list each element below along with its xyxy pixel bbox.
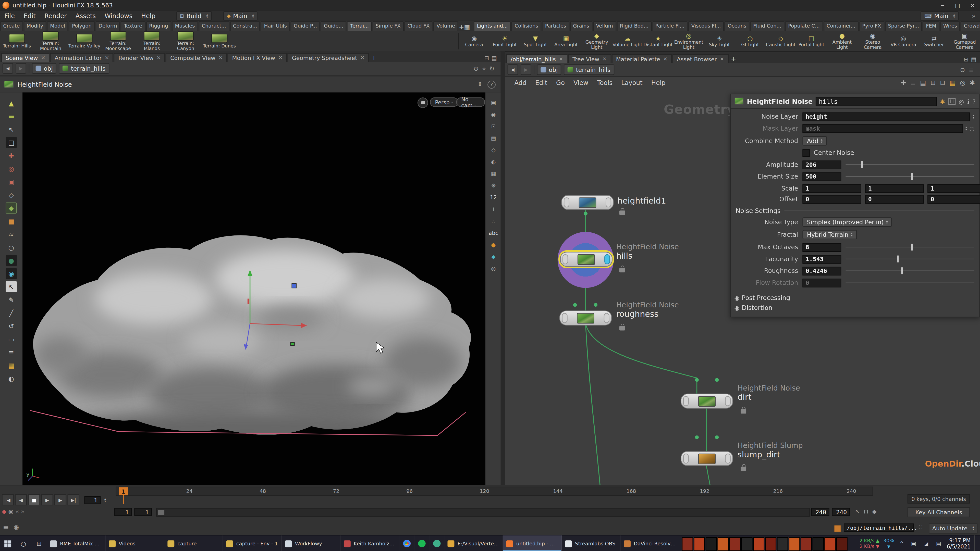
tray-expand-icon[interactable]: ⌃	[898, 540, 905, 547]
light-shelf-tool[interactable]: ☀ Sky Light	[704, 31, 735, 51]
display-option-icon[interactable]: ◎	[488, 264, 498, 273]
shelf-tab[interactable]: Deform	[95, 21, 120, 31]
shelf-tab[interactable]: Volume	[433, 21, 458, 31]
lacunarity-slider[interactable]	[845, 255, 974, 263]
amplitude-field[interactable]: 206	[802, 160, 841, 169]
radial-menu-selector[interactable]: ⌨ Main	[921, 11, 959, 21]
preview-thumbnail[interactable]	[682, 537, 693, 551]
frame-stepper-icon[interactable]	[102, 496, 106, 503]
display-option-icon[interactable]: ●	[488, 240, 498, 250]
shelf-tab[interactable]: Grains	[570, 21, 592, 31]
node-display-flag[interactable]	[605, 254, 610, 264]
add-key-icon[interactable]: ◆	[872, 508, 877, 515]
network-menu-item[interactable]: Help	[647, 79, 670, 86]
flow-rotation-field[interactable]: 0	[802, 278, 841, 287]
shelf-tab[interactable]: Viscous Fl...	[688, 21, 724, 31]
shelf-tab[interactable]: Model	[47, 21, 68, 31]
center-noise-checkbox[interactable]	[802, 149, 810, 156]
viewport-tool-icon[interactable]: ≈	[6, 229, 17, 240]
post-processing-section[interactable]: Post Processing	[742, 294, 791, 301]
light-shelf-tool[interactable]: □ Portal Light	[796, 31, 827, 51]
display-option-icon[interactable]: abc	[488, 228, 498, 238]
close-icon[interactable]: ✕	[663, 56, 667, 62]
viewport-tool-icon[interactable]: ◎	[6, 163, 17, 174]
close-icon[interactable]: ✕	[720, 56, 724, 62]
shelf-tab[interactable]: Cloud FX	[404, 21, 433, 31]
network-menu-item[interactable]: Go	[552, 79, 569, 86]
network-menu-item[interactable]: Tools	[593, 79, 617, 86]
shelf-tab[interactable]: Fluid Con...	[750, 21, 784, 31]
node-display-flag[interactable]	[725, 454, 731, 464]
no-cam-button[interactable]: No cam -	[456, 97, 485, 107]
light-shelf-tool[interactable]: ⇄ Switcher	[919, 31, 950, 51]
play-button[interactable]: ▶	[41, 494, 53, 505]
pane-tab[interactable]: Tree View ✕	[568, 54, 611, 63]
pane-tab[interactable]: Material Palette ✕	[612, 54, 672, 63]
display-option-icon[interactable]: ▤	[488, 133, 498, 143]
layer-dropdown-icon[interactable]	[970, 113, 974, 120]
display-option-icon[interactable]: ◆	[488, 252, 498, 262]
viewport-tool-icon[interactable]: ◇	[6, 189, 17, 200]
maximize-button[interactable]: □	[950, 0, 965, 10]
element-size-slider[interactable]	[845, 172, 974, 181]
shelf-tab[interactable]: Terrai...	[347, 21, 372, 31]
terrain-shelf-tool[interactable]: Terrain: Islands	[135, 31, 169, 51]
node-roughness[interactable]	[559, 310, 612, 326]
combine-method-dropdown[interactable]: Add	[802, 136, 827, 146]
path-node-chip[interactable]: terrain_hills	[564, 64, 614, 75]
display-option-icon[interactable]: ☀	[488, 181, 498, 191]
pane-tab[interactable]: Scene View ✕	[1, 53, 49, 62]
taskbar-app-button[interactable]: untitled.hip - Houdi...	[503, 535, 562, 551]
viewport-tool-icon[interactable]: ▲	[6, 97, 17, 109]
pane-tab[interactable]: /obj/terrain_hills ✕	[506, 54, 568, 63]
light-shelf-tool[interactable]: ★ Distant Light	[643, 31, 673, 51]
network-menu-item[interactable]: View	[569, 79, 593, 86]
mask-visibility-icon[interactable]: ○	[969, 125, 974, 131]
list-icon[interactable]: ≡	[969, 66, 974, 73]
menu-item[interactable]: Render	[40, 12, 71, 19]
preview-thumbnail[interactable]	[777, 537, 788, 551]
prev-key-icon[interactable]: «	[15, 508, 19, 515]
playback-end-field[interactable]: 240	[811, 508, 829, 516]
viewport-tool-icon[interactable]: ✎	[6, 294, 17, 305]
node-display-flag[interactable]	[604, 313, 609, 323]
settings-gear-icon[interactable]: ✱	[970, 79, 975, 86]
node-slump-dirt[interactable]	[681, 451, 733, 466]
range-end-field[interactable]: 240	[832, 508, 850, 516]
light-shelf-tool[interactable]: ◉ Camera	[459, 31, 490, 51]
display-option-icon[interactable]: ▣	[488, 97, 498, 107]
menu-item[interactable]: File	[0, 12, 19, 19]
viewport-tool-icon[interactable]: ↖	[6, 281, 17, 292]
node-bypass-flag[interactable]	[564, 197, 570, 207]
viewport-tool-icon[interactable]: ◉	[6, 268, 17, 279]
preview-thumbnail[interactable]	[753, 537, 764, 551]
task-view-icon[interactable]: ⊞	[31, 535, 47, 551]
node-display-flag[interactable]	[725, 396, 731, 406]
taskbar-app-button[interactable]: RME TotalMix FX: Fi...	[47, 535, 106, 551]
node-name-field[interactable]: hills	[816, 97, 937, 106]
preview-thumbnail[interactable]	[729, 537, 741, 551]
taskbar-app-button[interactable]: Videos	[106, 535, 164, 551]
shelf-tab[interactable]: Wires	[940, 21, 960, 31]
viewport-tool-icon[interactable]: ╱	[6, 307, 17, 319]
preview-thumbnail[interactable]	[741, 537, 752, 551]
max-octaves-slider[interactable]	[845, 243, 974, 251]
target-icon[interactable]: ⌖	[482, 65, 486, 72]
viewport-tool-icon[interactable]: ▦	[6, 360, 17, 371]
volume-icon[interactable]: ◢	[922, 540, 931, 546]
pin-icon[interactable]: ⊙	[474, 65, 479, 72]
light-shelf-tool[interactable]: ● Ambient Light	[827, 31, 857, 51]
viewport-tool-icon[interactable]: ↺	[6, 321, 17, 332]
light-shelf-tool[interactable]: ◎ Environment Light	[673, 31, 704, 51]
shelf-tab[interactable]: Modify	[24, 21, 46, 31]
scale-z-field[interactable]: 1	[928, 184, 980, 192]
mask-layer-field[interactable]: mask	[802, 124, 963, 133]
light-shelf-tool[interactable]: ☁ Volume Light	[612, 31, 643, 51]
clock[interactable]: 9:17 PM 6/5/2021	[947, 537, 971, 550]
lock-flag-icon[interactable]	[741, 467, 746, 471]
shelf-tab[interactable]: Charact...	[199, 21, 229, 31]
scene-viewport[interactable]: y Persp - No cam -	[22, 92, 485, 485]
houdini-badge-icon[interactable]: H	[948, 98, 956, 105]
scale-x-field[interactable]: 1	[802, 184, 861, 192]
range-start-field[interactable]: 1	[115, 508, 132, 516]
